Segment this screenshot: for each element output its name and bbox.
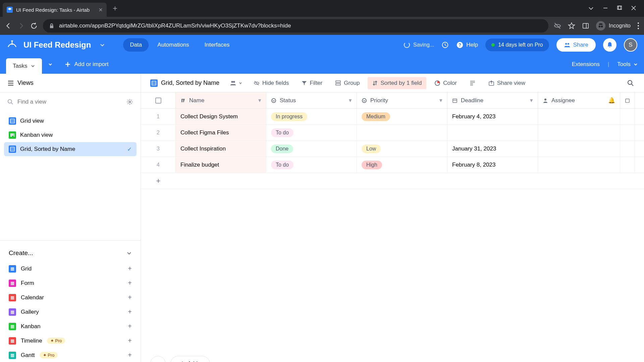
cell-name[interactable]: Collect Design System xyxy=(176,109,266,124)
create-view-item[interactable]: ▦Timeline✦ Pro+ xyxy=(0,334,141,348)
view-item[interactable]: Grid, Sorted by Name✓ xyxy=(4,142,137,156)
base-icon[interactable] xyxy=(7,40,17,50)
cell-deadline[interactable]: February 4, 2023 xyxy=(447,109,538,124)
create-view-item[interactable]: ▦Calendar+ xyxy=(0,290,141,305)
collaborators-button[interactable] xyxy=(226,79,246,87)
history-button[interactable] xyxy=(441,41,449,49)
cell-name[interactable]: Collect Figma Files xyxy=(176,125,266,140)
cell-status[interactable]: To do xyxy=(266,157,357,173)
url-field[interactable]: airtable.com/appnB2PYqtdgiMrZG/tbliXpR4Z… xyxy=(43,19,548,33)
chevron-down-icon[interactable]: ▾ xyxy=(530,97,533,104)
current-view-name[interactable]: Grid, Sorted by Name xyxy=(147,79,223,87)
bookmark-star-icon[interactable] xyxy=(568,22,575,29)
find-view-input[interactable] xyxy=(17,99,122,105)
extensions-button[interactable]: Extensions xyxy=(572,61,600,68)
filter-button[interactable]: Filter xyxy=(297,77,327,89)
help-button[interactable]: ? Help xyxy=(456,41,478,49)
chevron-down-icon[interactable]: ▾ xyxy=(439,97,442,104)
cell-name[interactable]: Collect Inspiration xyxy=(176,141,266,157)
group-button[interactable]: Group xyxy=(330,77,364,89)
window-close-icon[interactable] xyxy=(631,6,636,11)
base-menu-chevron-icon[interactable] xyxy=(100,42,105,48)
view-item[interactable]: Grid view xyxy=(4,114,137,128)
view-settings-icon[interactable] xyxy=(126,99,133,105)
column-header-status[interactable]: Status▾ xyxy=(266,93,357,108)
search-button[interactable] xyxy=(623,80,638,86)
share-view-button[interactable]: Share view xyxy=(484,77,530,89)
column-header-name[interactable]: Name▾ xyxy=(176,93,266,108)
close-tab-icon[interactable]: × xyxy=(99,6,103,14)
create-view-item[interactable]: ▦Gantt✦ Pro+ xyxy=(0,348,141,362)
cell-deadline[interactable]: February 8, 2023 xyxy=(447,157,538,173)
chevron-down-icon[interactable]: ▾ xyxy=(349,97,352,104)
cell-extra[interactable] xyxy=(620,109,635,124)
sort-button[interactable]: Sorted by 1 field xyxy=(368,77,426,89)
create-view-item[interactable]: ▦Form+ xyxy=(0,276,141,290)
table-tab-tasks[interactable]: Tasks xyxy=(6,58,42,74)
hide-fields-button[interactable]: Hide fields xyxy=(249,77,293,89)
views-toggle[interactable]: Views xyxy=(7,79,34,86)
browser-menu-icon[interactable] xyxy=(637,22,639,29)
cell-assignee[interactable] xyxy=(538,157,620,173)
create-view-item[interactable]: ▦Kanban+ xyxy=(0,319,141,334)
header-tab-automations[interactable]: Automations xyxy=(151,38,196,52)
cell-priority[interactable]: Low xyxy=(357,141,447,157)
user-avatar[interactable]: S xyxy=(624,38,637,52)
column-header-assignee[interactable]: Assignee🔔 xyxy=(538,93,620,108)
create-view-item[interactable]: ▦Gallery+ xyxy=(0,305,141,319)
row-height-button[interactable] xyxy=(465,77,480,89)
table-menu-button[interactable] xyxy=(42,62,59,67)
share-button[interactable]: Share xyxy=(556,38,596,52)
cell-name[interactable]: Finalize budget xyxy=(176,157,266,173)
column-header-priority[interactable]: Priority▾ xyxy=(357,93,447,108)
back-button[interactable] xyxy=(5,22,12,29)
cell-status[interactable]: To do xyxy=(266,125,357,140)
table-row[interactable]: 4 Finalize budget To do High February 8,… xyxy=(141,157,644,173)
table-row[interactable]: 1 Collect Design System In progress Medi… xyxy=(141,109,644,125)
cell-status[interactable]: Done xyxy=(266,141,357,157)
trial-pill[interactable]: 14 days left on Pro xyxy=(485,39,549,51)
cell-status[interactable]: In progress xyxy=(266,109,357,124)
cell-extra[interactable] xyxy=(620,141,635,157)
tab-search-icon[interactable] xyxy=(588,6,594,11)
create-view-item[interactable]: ▦Grid+ xyxy=(0,261,141,276)
header-tab-interfaces[interactable]: Interfaces xyxy=(198,38,236,52)
cell-priority[interactable]: High xyxy=(357,157,447,173)
tools-button[interactable]: Tools xyxy=(617,61,638,68)
select-all-cell[interactable] xyxy=(141,93,176,108)
table-row[interactable]: 3 Collect Inspiration Done Low January 3… xyxy=(141,141,644,157)
color-button[interactable]: Color xyxy=(430,77,462,89)
add-table-button[interactable]: Add or import xyxy=(59,61,114,68)
cell-assignee[interactable] xyxy=(538,109,620,124)
eye-off-icon[interactable] xyxy=(554,22,561,29)
browser-tab-active[interactable]: UI Feed Redesign: Tasks - Airtab × xyxy=(3,3,107,17)
add-record-button[interactable]: + xyxy=(150,356,166,362)
cell-priority[interactable]: Medium xyxy=(357,109,447,124)
base-title[interactable]: UI Feed Redesign xyxy=(23,40,91,50)
cell-priority[interactable] xyxy=(357,125,447,140)
header-tab-data[interactable]: Data xyxy=(123,38,149,52)
side-panel-icon[interactable] xyxy=(582,22,589,29)
notifications-button[interactable] xyxy=(603,38,616,52)
create-view-header[interactable]: Create... xyxy=(0,245,141,261)
new-tab-button[interactable]: + xyxy=(108,4,122,13)
cell-extra[interactable] xyxy=(620,125,635,140)
table-row[interactable]: 2 Collect Figma Files To do xyxy=(141,125,644,141)
column-header-deadline[interactable]: Deadline▾ xyxy=(447,93,538,108)
add-row[interactable]: + xyxy=(141,173,644,189)
chevron-down-icon[interactable]: ▾ xyxy=(258,97,261,104)
cell-extra[interactable] xyxy=(620,157,635,173)
forward-button[interactable] xyxy=(17,22,25,29)
cell-assignee[interactable] xyxy=(538,141,620,157)
reload-button[interactable] xyxy=(30,22,38,29)
cell-deadline[interactable] xyxy=(447,125,538,140)
incognito-indicator[interactable]: Incognito xyxy=(596,21,631,31)
quick-add-button[interactable]: Add... xyxy=(170,356,210,362)
bell-icon[interactable]: 🔔 xyxy=(608,97,615,104)
cell-assignee[interactable] xyxy=(538,125,620,140)
cell-deadline[interactable]: January 31, 2023 xyxy=(447,141,538,157)
window-maximize-icon[interactable] xyxy=(617,6,622,11)
column-header-extra[interactable] xyxy=(620,93,635,108)
window-minimize-icon[interactable] xyxy=(603,6,608,11)
view-item[interactable]: Kanban view xyxy=(4,128,137,142)
